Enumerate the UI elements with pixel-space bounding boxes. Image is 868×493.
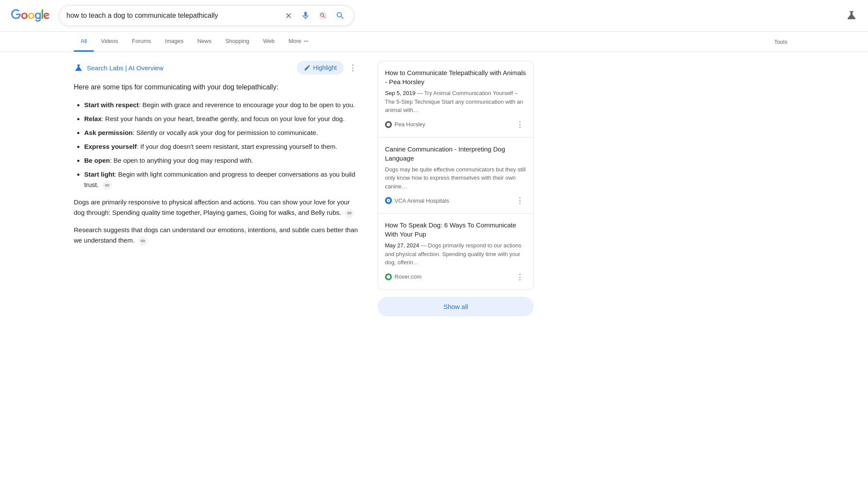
source-snippet-2: Dogs may be quite effective communicator… [385, 165, 526, 191]
bullet-bold-1: Start with respect [84, 101, 139, 108]
bullet-bold-2: Relax [84, 115, 102, 122]
nav-tabs: All Videos Forums Images News Shopping W… [0, 32, 868, 52]
source-snippet-3: May 27, 2024 — Dogs primarily respond to… [385, 241, 526, 267]
source-card-2: Canine Communication - Interpreting Dog … [378, 137, 533, 214]
tab-forums[interactable]: Forums [125, 32, 158, 52]
main-content: Search Labs | AI Overview Highlight ⋮ He… [0, 52, 608, 325]
source-brand-1: Pea Horsley [385, 121, 425, 128]
tab-shopping[interactable]: Shopping [218, 32, 256, 52]
source-title-2[interactable]: Canine Communication - Interpreting Dog … [385, 145, 526, 163]
source-more-btn-1[interactable]: ⋮ [513, 119, 526, 130]
search-input[interactable] [66, 12, 279, 20]
bullet-text-5: : Be open to anything your dog may respo… [110, 157, 253, 164]
ai-overview-label: Search Labs | AI Overview [87, 64, 163, 72]
ai-intro-text: Here are some tips for communicating wit… [74, 82, 360, 93]
labs-icon-top-right [845, 9, 858, 23]
search-button[interactable] [334, 9, 347, 22]
bullet-item-1: Start with respect: Begin with grace and… [84, 100, 360, 110]
source-more-btn-2[interactable]: ⋮ [513, 195, 526, 206]
search-bar[interactable] [59, 5, 354, 26]
labs-icon [74, 63, 83, 72]
bullet-item-3: Ask permission: Silently or vocally ask … [84, 128, 360, 138]
microphone-button[interactable] [299, 9, 312, 22]
bullet-bold-5: Be open [84, 157, 110, 164]
svg-point-1 [387, 123, 390, 126]
source-more-btn-3[interactable]: ⋮ [513, 271, 526, 283]
source-favicon-1 [385, 121, 392, 128]
ai-bullet-list: Start with respect: Begin with grace and… [74, 100, 360, 190]
bullet-item-2: Relax: Rest your hands on your heart, br… [84, 114, 360, 124]
source-brand-2: VCA Animal Hospitals [385, 197, 449, 204]
source-card-1: How to Communicate Telepathically with A… [378, 61, 533, 137]
more-options-button[interactable]: ⋮ [345, 61, 360, 74]
lens-button[interactable] [316, 9, 329, 22]
ai-paragraph-1: Dogs are primarily responsive to physica… [74, 197, 360, 218]
bullet-text-3: : Silently or vocally ask your dog for p… [133, 129, 318, 136]
source-footer-2: VCA Animal Hospitals ⋮ [385, 195, 526, 206]
bullet-text-6: : Begin with light communication and pro… [84, 171, 355, 188]
tab-news[interactable]: News [191, 32, 219, 52]
clear-button[interactable] [283, 10, 295, 22]
tab-all[interactable]: All [74, 32, 94, 52]
show-all-button[interactable]: Show all [378, 297, 534, 316]
header [0, 0, 868, 32]
ai-overview-actions: Highlight ⋮ [297, 61, 360, 75]
ai-overview-title: Search Labs | AI Overview [74, 63, 163, 72]
source-snippet-1: Sep 5, 2019 — Try Animal Communication Y… [385, 89, 526, 115]
tools-tab[interactable]: Tools [767, 33, 794, 51]
bullet-text-1: : Begin with grace and reverence to enco… [139, 101, 355, 108]
ai-paragraph-2: Research suggests that dogs can understa… [74, 225, 360, 246]
source-footer-1: Pea Horsley ⋮ [385, 119, 526, 130]
citation-link-3[interactable] [138, 236, 148, 246]
tab-images[interactable]: Images [158, 32, 191, 52]
bullet-text-2: : Rest your hands on your heart, breathe… [102, 115, 345, 122]
ai-overview-header: Search Labs | AI Overview Highlight ⋮ [74, 61, 360, 75]
bullet-item-5: Be open: Be open to anything your dog ma… [84, 155, 360, 166]
tab-videos[interactable]: Videos [94, 32, 125, 52]
source-cards-container: How to Communicate Telepathically with A… [378, 61, 534, 290]
source-brand-3: Rover.com [385, 273, 421, 280]
bullet-bold-3: Ask permission [84, 129, 133, 136]
source-footer-3: Rover.com ⋮ [385, 271, 526, 283]
highlight-button[interactable]: Highlight [297, 61, 344, 75]
bullet-item-4: Express yourself: If your dog doesn't se… [84, 141, 360, 152]
highlight-icon [304, 64, 311, 71]
bullet-text-4: : If your dog doesn't seem resistant, st… [137, 143, 337, 150]
bullet-bold-4: Express yourself [84, 143, 137, 150]
search-icons [283, 9, 347, 22]
google-logo [10, 9, 50, 22]
citation-link-2[interactable] [345, 208, 354, 218]
bullet-item-6: Start light: Begin with light communicat… [84, 169, 360, 190]
tab-web[interactable]: Web [256, 32, 282, 52]
sources-panel: How to Communicate Telepathically with A… [378, 61, 534, 316]
source-favicon-3 [385, 273, 392, 280]
bullet-bold-6: Start light [84, 171, 115, 178]
source-title-1[interactable]: How to Communicate Telepathically with A… [385, 68, 526, 86]
source-favicon-2 [385, 197, 392, 204]
source-title-3[interactable]: How To Speak Dog: 6 Ways To Communicate … [385, 220, 526, 239]
tab-more[interactable]: More [282, 32, 316, 52]
source-card-3: How To Speak Dog: 6 Ways To Communicate … [378, 213, 533, 289]
ai-overview-panel: Search Labs | AI Overview Highlight ⋮ He… [74, 61, 360, 316]
citation-link-1[interactable] [102, 181, 112, 190]
